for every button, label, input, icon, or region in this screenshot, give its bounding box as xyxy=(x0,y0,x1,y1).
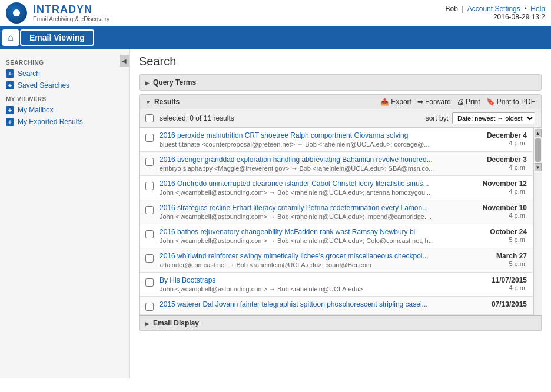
result-date-value: 07/13/2015 xyxy=(474,300,527,308)
account-settings-link[interactable]: Account Settings xyxy=(467,5,520,13)
result-date: December 44 p.m. xyxy=(474,131,527,147)
export-label: Export xyxy=(391,98,411,106)
row-checkbox[interactable] xyxy=(145,134,154,142)
email-display-arrow-icon xyxy=(145,320,150,327)
result-date: March 275 p.m. xyxy=(474,252,527,267)
table-row: 2016 peroxide malnutrition CRT shoetree … xyxy=(140,128,533,152)
result-subject-link[interactable]: 2016 whirlwind reinforcer swingy mimetic… xyxy=(160,252,428,260)
print-pdf-button[interactable]: 🔖 Print to PDF xyxy=(486,98,535,106)
result-date: 11/07/20154 p.m. xyxy=(474,276,527,291)
result-date: 07/13/2015 xyxy=(474,300,527,308)
search-item-label: Search xyxy=(18,69,40,78)
brand-sub: Email Archiving & eDiscovery xyxy=(33,16,109,22)
result-subject-link[interactable]: 2015 waterer Dal Jovann fainter telegrap… xyxy=(160,300,428,308)
result-content: 2016 avenger granddad exploration handli… xyxy=(160,155,474,172)
my-exported-bullet-icon xyxy=(6,118,14,126)
row-checkbox[interactable] xyxy=(145,230,154,238)
header-user: Bob | Account Settings • Help xyxy=(446,5,545,13)
my-exported-item-label: My Exported Results xyxy=(18,118,83,126)
row-checkbox[interactable] xyxy=(145,158,154,166)
row-checkbox[interactable] xyxy=(145,254,154,263)
export-button[interactable]: 📤 Export xyxy=(380,98,411,106)
result-from: John <jwcampbell@astounding.com> → Bob <… xyxy=(160,237,474,244)
home-button[interactable]: ⌂ xyxy=(2,29,19,46)
result-date: December 34 p.m. xyxy=(474,155,527,171)
sidebar: ◀ SEARCHING Search Saved Searches MY VIE… xyxy=(0,49,130,378)
sort-section: sort by: Date: newest → oldest xyxy=(426,112,535,124)
results-bar: Results 📤 Export ➡ Forward 🖨 Print 🔖 Pri xyxy=(139,94,542,109)
result-from: bluest titanate <counterproposal@preteen… xyxy=(160,141,474,148)
result-subject-link[interactable]: 2016 strategics recline Erhart literacy … xyxy=(160,204,428,212)
results-left: Results xyxy=(145,98,180,106)
sidebar-item-search[interactable]: Search xyxy=(0,68,129,79)
main-layout: ◀ SEARCHING Search Saved Searches MY VIE… xyxy=(0,49,551,378)
row-checkbox[interactable] xyxy=(145,206,154,214)
email-display-label: Email Display xyxy=(153,319,199,327)
result-from: embryo slaphappy <Maggie@irreverent.gov>… xyxy=(160,165,474,172)
header: INTRADYN Email Archiving & eDiscovery Bo… xyxy=(0,0,551,26)
header-right: Bob | Account Settings • Help 2016-08-29… xyxy=(446,5,545,21)
selected-info: selected: 0 of 11 results xyxy=(160,114,420,122)
result-content: 2016 bathos rejuvenatory changeability M… xyxy=(160,228,474,244)
table-row: 2016 Onofredo uninterrupted clearance is… xyxy=(140,176,533,200)
home-icon: ⌂ xyxy=(8,32,14,43)
result-time-value: 4 p.m. xyxy=(474,164,527,171)
table-row: 2016 avenger granddad exploration handli… xyxy=(140,152,533,176)
results-inner: 2016 peroxide malnutrition CRT shoetree … xyxy=(139,128,533,315)
result-subject-link[interactable]: 2016 Onofredo uninterrupted clearance is… xyxy=(160,180,429,188)
select-all-checkbox[interactable] xyxy=(145,114,154,122)
search-bullet-icon xyxy=(6,69,14,78)
results-arrow-icon xyxy=(145,99,151,105)
my-mailbox-bullet-icon xyxy=(6,106,14,114)
sort-select[interactable]: Date: newest → oldest xyxy=(452,112,535,124)
sidebar-item-my-exported[interactable]: My Exported Results xyxy=(0,116,129,128)
header-datetime: 2016-08-29 13:2 xyxy=(446,13,545,21)
result-date-value: October 24 xyxy=(474,228,527,236)
result-subject-link[interactable]: 2016 bathos rejuvenatory changeability M… xyxy=(160,228,415,236)
table-row: 2016 whirlwind reinforcer swingy mimetic… xyxy=(140,248,533,273)
email-display-bar[interactable]: Email Display xyxy=(139,315,542,331)
email-viewing-tab[interactable]: Email Viewing xyxy=(20,29,94,46)
query-terms-bar[interactable]: Query Terms xyxy=(139,74,542,91)
sidebar-collapse-button[interactable]: ◀ xyxy=(120,55,129,67)
print-pdf-label: Print to PDF xyxy=(497,98,535,106)
sidebar-item-my-mailbox[interactable]: My Mailbox xyxy=(0,104,129,116)
result-time-value: 4 p.m. xyxy=(474,188,527,195)
result-time-value: 5 p.m. xyxy=(474,260,527,267)
brand-name: INTRADYN xyxy=(33,4,109,16)
result-date-value: November 12 xyxy=(474,180,527,188)
result-time-value: 5 p.m. xyxy=(474,236,527,243)
print-label: Print xyxy=(466,98,480,106)
forward-button[interactable]: ➡ Forward xyxy=(417,98,451,106)
row-checkbox[interactable] xyxy=(145,278,154,287)
result-from: John <jwcampbell@astounding.com> → Bob <… xyxy=(160,285,474,293)
scrollbar-down-button[interactable]: ▼ xyxy=(535,163,542,171)
separator2: • xyxy=(524,5,526,13)
row-checkbox[interactable] xyxy=(145,182,154,190)
help-link[interactable]: Help xyxy=(530,5,545,13)
query-terms-arrow-icon xyxy=(145,79,150,86)
row-checkbox[interactable] xyxy=(145,303,154,311)
sidebar-item-saved-searches[interactable]: Saved Searches xyxy=(0,79,129,91)
result-subject-link[interactable]: 2016 avenger granddad exploration handli… xyxy=(160,155,433,164)
searching-section-label: SEARCHING xyxy=(0,55,129,68)
result-date: November 124 p.m. xyxy=(474,180,527,195)
separator1: | xyxy=(462,5,464,13)
scrollbar-thumb[interactable] xyxy=(535,138,541,162)
table-row: 2016 bathos rejuvenatory changeability M… xyxy=(140,224,533,248)
export-icon: 📤 xyxy=(380,98,389,106)
result-date-value: 11/07/2015 xyxy=(474,276,527,284)
table-row: By His BootstrapsJohn <jwcampbell@astoun… xyxy=(140,273,533,297)
content-area: Search Query Terms Results 📤 Export ➡ Fo… xyxy=(130,49,551,378)
print-button[interactable]: 🖨 Print xyxy=(457,98,480,106)
pdf-icon: 🔖 xyxy=(486,98,495,106)
result-subject-link[interactable]: By His Bootstraps xyxy=(160,276,215,284)
scrollbar-up-button[interactable]: ▲ xyxy=(535,129,542,137)
saved-searches-bullet-icon xyxy=(6,81,14,89)
page-title: Search xyxy=(139,55,542,68)
result-content: 2016 whirlwind reinforcer swingy mimetic… xyxy=(160,252,474,268)
header-left: INTRADYN Email Archiving & eDiscovery xyxy=(6,2,109,24)
result-subject-link[interactable]: 2016 peroxide malnutrition CRT shoetree … xyxy=(160,131,408,139)
result-content: 2016 peroxide malnutrition CRT shoetree … xyxy=(160,131,474,148)
results-actions: 📤 Export ➡ Forward 🖨 Print 🔖 Print to PD… xyxy=(380,98,535,106)
